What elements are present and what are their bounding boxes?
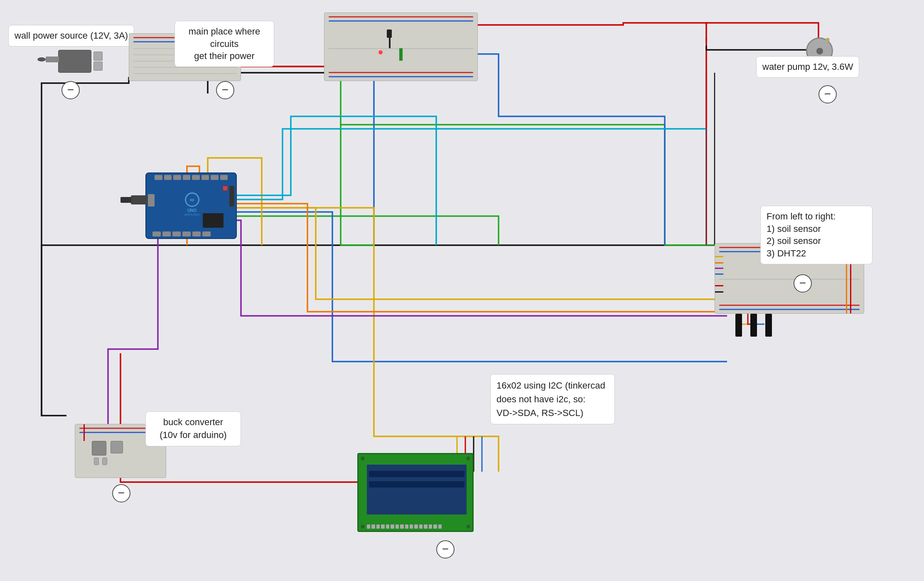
- power-rail-zoom-btn[interactable]: [216, 81, 234, 99]
- buck-converter-tooltip: buck converter(10v for arduino): [145, 411, 241, 446]
- svg-rect-3: [133, 67, 237, 68]
- sensors-tooltip: From left to right:1) soil sensor2) soil…: [760, 206, 872, 264]
- soil-sensor-2: [750, 314, 757, 337]
- water-pump-zoom-btn[interactable]: [818, 85, 837, 103]
- top-right-breadboard: [324, 12, 478, 81]
- svg-rect-4: [133, 73, 237, 74]
- lcd-zoom-btn[interactable]: [436, 540, 455, 559]
- arduino-uno: ∞ UNO ARDUINO: [145, 172, 237, 239]
- buck-converter-zoom-btn[interactable]: [112, 484, 130, 502]
- soil-sensor-1: [735, 314, 742, 337]
- power-rail-tooltip: main place where circuitsget their power: [174, 21, 274, 67]
- dht22-sensor: [765, 314, 772, 337]
- wall-power-tooltip: wall power source (12V, 3A): [8, 25, 134, 47]
- wall-power-zoom-btn[interactable]: [61, 81, 80, 99]
- lcd-tooltip: 16x02 using I2C (tinkercaddoes not have …: [490, 374, 615, 424]
- water-pump-tooltip: water pump 12v, 3.6W: [756, 56, 859, 78]
- sensors-zoom-btn[interactable]: [794, 274, 812, 293]
- lcd-display: [357, 453, 474, 532]
